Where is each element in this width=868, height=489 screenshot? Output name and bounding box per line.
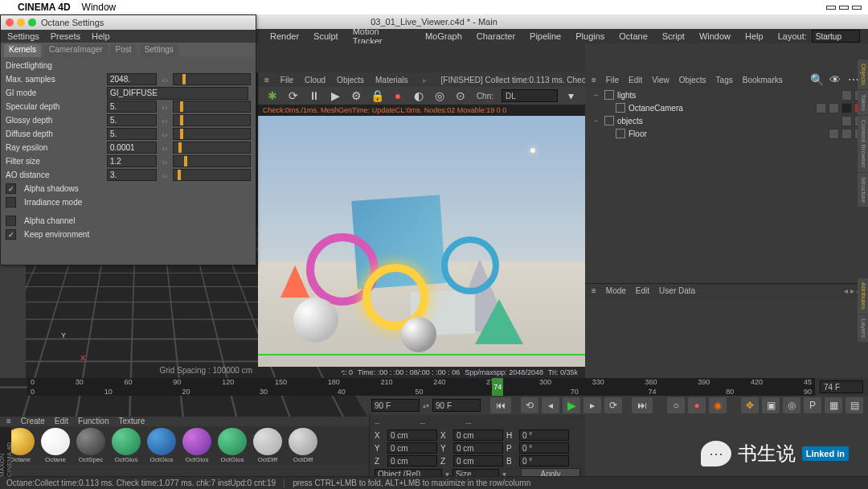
- render-viewport[interactable]: [258, 116, 585, 367]
- pick-icon[interactable]: ⊙: [452, 88, 469, 103]
- material-list[interactable]: OctaneOctaneOctSpecOctGlosOctGlosOctGlos…: [0, 426, 369, 465]
- app-name[interactable]: CINEMA 4D: [18, 2, 71, 13]
- menu-file[interactable]: File: [606, 76, 619, 84]
- panel-menu-icon[interactable]: ≡: [592, 76, 596, 84]
- material-preview[interactable]: [253, 428, 282, 455]
- layout-select[interactable]: Startup: [812, 30, 860, 43]
- pause-icon[interactable]: ⏸: [306, 88, 322, 103]
- menu-file[interactable]: File: [280, 76, 293, 84]
- tab-settings[interactable]: Settings: [140, 44, 178, 57]
- menu-settings[interactable]: Settings: [7, 31, 39, 41]
- menu-function[interactable]: Function: [78, 417, 108, 425]
- menu-texture[interactable]: Texture: [118, 417, 145, 425]
- tab-content-browser[interactable]: Content Browser: [858, 116, 868, 172]
- minimize-icon[interactable]: [17, 18, 25, 27]
- menu-materials[interactable]: Materials: [375, 76, 408, 84]
- menu-sculpt[interactable]: Sculpt: [313, 31, 338, 41]
- menu-pipeline[interactable]: Pipeline: [530, 31, 561, 41]
- next-key-icon[interactable]: ▸: [583, 397, 601, 413]
- channel-select[interactable]: DL: [502, 89, 558, 102]
- material-preview[interactable]: [218, 428, 247, 455]
- menu-octane[interactable]: Octane: [619, 31, 647, 41]
- rot-icon[interactable]: ◎: [783, 397, 800, 413]
- lock-icon[interactable]: 🔒: [369, 88, 385, 103]
- panel-menu-icon[interactable]: ≡: [592, 286, 596, 295]
- anim-layer-icon[interactable]: ▤: [845, 397, 863, 413]
- menu-tags[interactable]: Tags: [716, 76, 733, 84]
- eye-icon[interactable]: 👁: [827, 72, 843, 87]
- tab-structure[interactable]: Structure: [858, 173, 868, 207]
- menu-window[interactable]: Window: [699, 31, 731, 41]
- menu-mode[interactable]: Mode: [606, 286, 626, 295]
- mac-tray-icon[interactable]: [826, 6, 836, 10]
- close-icon[interactable]: [6, 18, 14, 27]
- menu-cloud[interactable]: Cloud: [305, 76, 326, 84]
- menu-view[interactable]: View: [652, 76, 669, 84]
- tab-objects[interactable]: Objects: [858, 60, 868, 89]
- menu-character[interactable]: Character: [477, 31, 515, 41]
- goto-end-icon[interactable]: ⏭: [632, 397, 653, 413]
- menu-bookmarks[interactable]: Bookmarks: [743, 76, 783, 84]
- panel-menu-icon[interactable]: ≡: [264, 76, 269, 84]
- menu-help[interactable]: Help: [92, 31, 110, 41]
- stop-icon[interactable]: ▶: [327, 88, 343, 103]
- record-icon[interactable]: ●: [390, 88, 406, 103]
- menu-objects[interactable]: Objects: [337, 76, 364, 84]
- material-preview[interactable]: [112, 428, 141, 455]
- param-icon[interactable]: P: [804, 397, 821, 413]
- search-icon[interactable]: 🔍: [809, 72, 825, 87]
- menu-script[interactable]: Script: [662, 31, 685, 41]
- object-manager-tree[interactable]: −lights OctaneCamera−objects Floor: [585, 87, 868, 171]
- keyframe-sel-icon[interactable]: ◉: [709, 397, 727, 413]
- tab-attributes[interactable]: Attributes: [858, 278, 868, 314]
- clay-icon[interactable]: ◐: [411, 88, 427, 103]
- point-level-icon[interactable]: ▦: [825, 397, 842, 413]
- tab-layers[interactable]: Layers: [858, 314, 868, 342]
- timeline-ruler[interactable]: 0306090120150180210240270300330360390420…: [27, 378, 815, 396]
- loop-fwd-icon[interactable]: ⟳: [604, 397, 622, 413]
- refresh-icon[interactable]: ⟳: [285, 88, 301, 103]
- playhead[interactable]: 74: [492, 378, 503, 396]
- menu-mograph[interactable]: MoGraph: [425, 31, 462, 41]
- tab-takes[interactable]: Takes: [858, 90, 868, 115]
- modal-titlebar[interactable]: Octane Settings: [1, 15, 256, 30]
- menu-userdata[interactable]: User Data: [659, 286, 695, 295]
- end-frame[interactable]: 90 F: [371, 399, 420, 412]
- menu-help[interactable]: Help: [745, 31, 764, 41]
- tab-kernels[interactable]: Kernels: [4, 44, 41, 57]
- tab-cameraimager[interactable]: CameraImager: [44, 44, 108, 57]
- chevron-down-icon[interactable]: ▾: [563, 88, 579, 103]
- menu-render[interactable]: Render: [270, 31, 299, 41]
- preview-end[interactable]: 90 F: [432, 399, 481, 412]
- material-preview[interactable]: [147, 428, 176, 455]
- record-key-icon[interactable]: ○: [667, 397, 685, 413]
- zoom-icon[interactable]: [28, 18, 36, 27]
- menu-plugins[interactable]: Plugins: [575, 31, 604, 41]
- mac-tray-icon[interactable]: [839, 6, 849, 10]
- mac-tray-icon[interactable]: [852, 6, 862, 10]
- loop-icon[interactable]: ⟲: [521, 397, 538, 413]
- material-preview[interactable]: [76, 428, 105, 455]
- focus-icon[interactable]: ◎: [432, 88, 448, 103]
- psr-icon[interactable]: ✥: [741, 397, 759, 413]
- menu-edit[interactable]: Edit: [55, 417, 68, 425]
- goto-start-icon[interactable]: ⏮: [490, 397, 511, 413]
- pos-icon[interactable]: ▣: [762, 397, 780, 413]
- menu-edit[interactable]: Edit: [636, 286, 649, 295]
- mac-menu-window[interactable]: Window: [82, 2, 117, 13]
- material-preview[interactable]: [289, 428, 317, 455]
- prev-key-icon[interactable]: ◂: [542, 397, 559, 413]
- panel-menu-icon[interactable]: ≡: [6, 417, 11, 425]
- current-frame[interactable]: 74 F: [820, 380, 863, 393]
- menu-create[interactable]: Create: [21, 417, 45, 425]
- material-preview[interactable]: [41, 428, 70, 455]
- autokey-icon[interactable]: ●: [688, 397, 706, 413]
- menu-objects[interactable]: Objects: [679, 76, 706, 84]
- menu-presets[interactable]: Presets: [51, 31, 80, 41]
- settings-icon[interactable]: ⚙: [348, 88, 364, 103]
- play-icon[interactable]: ▶: [563, 397, 580, 413]
- menu-edit[interactable]: Edit: [628, 76, 642, 84]
- octane-start-icon[interactable]: ✱: [264, 88, 280, 103]
- material-preview[interactable]: [182, 428, 211, 455]
- tab-post[interactable]: Post: [111, 44, 137, 57]
